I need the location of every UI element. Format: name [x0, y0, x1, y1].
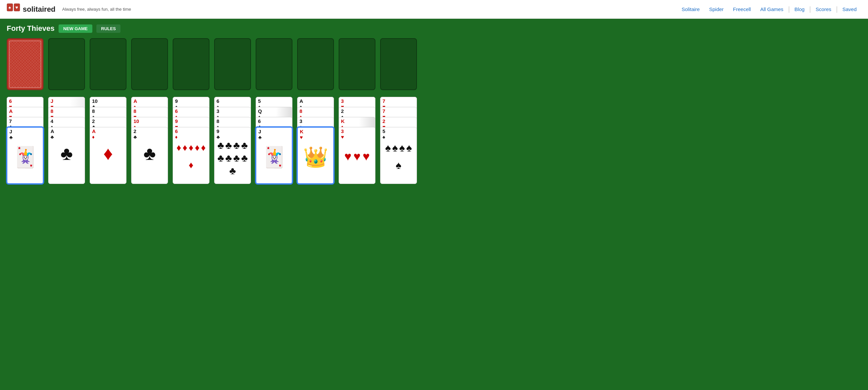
column-1: 6♥ A♥ 7♣ J♣ 🃏	[7, 97, 43, 184]
header: ♠ ♥ solitaired Always free, always fun, …	[0, 0, 868, 19]
game-area: Forty Thieves NEW GAME RULES 6♥	[0, 19, 868, 390]
column-4: A♦ 8♥ 10♦ 2♣ ♣	[131, 97, 168, 184]
foundation-8	[380, 38, 417, 90]
card-jc-2[interactable]: J♣ 🃏	[256, 127, 292, 184]
waste-slot	[48, 38, 85, 90]
column-6: 6♠ 3♠ 8♠ 9♣ ♣♣♣♣♣♣♣♣♣	[214, 97, 251, 184]
card-jc-1[interactable]: J♣ 🃏	[7, 127, 43, 184]
logo-text: solitaired	[23, 5, 56, 14]
column-3: 10♣ 8♠ 2♣ A♦ ♦	[90, 97, 126, 184]
card-ac[interactable]: A♣ ♣	[48, 127, 85, 184]
card-2c-2[interactable]: 2♣ ♣	[131, 127, 168, 184]
card-6d-2[interactable]: 6♦ ♦♦♦♦♦♦	[173, 127, 210, 184]
column-2: J♥ 8♥ 4♠ A♣ ♣	[48, 97, 85, 184]
rules-button[interactable]: RULES	[96, 24, 121, 33]
card-3h-2[interactable]: 3♥ ♥♥♥	[339, 127, 375, 184]
foundation-7	[339, 38, 375, 90]
svg-text:♥: ♥	[16, 5, 18, 10]
card-5s-2[interactable]: 5♠ ♠♠♠♠♠	[380, 127, 417, 184]
game-title-bar: Forty Thieves NEW GAME RULES	[7, 24, 861, 33]
foundation-1	[90, 38, 126, 90]
game-title: Forty Thieves	[7, 24, 55, 33]
foundation-4	[214, 38, 251, 90]
column-7: 5♠ Q♠ 6♣ J♣ 🃏	[256, 97, 292, 184]
tableau-area: 6♥ A♥ 7♣ J♣ 🃏	[7, 97, 861, 184]
foundation-3	[173, 38, 210, 90]
svg-text:♠: ♠	[8, 5, 11, 10]
nav-spider[interactable]: Spider	[704, 6, 728, 12]
foundation-6	[297, 38, 334, 90]
foundation-5	[256, 38, 292, 90]
nav-scores[interactable]: Scores	[811, 6, 836, 12]
nav-blog[interactable]: Blog	[790, 6, 809, 12]
card-ad[interactable]: A♦ ♦	[90, 127, 126, 184]
card-kh[interactable]: K♥ 👑	[297, 127, 334, 184]
tagline: Always free, always fun, all the time	[62, 7, 131, 12]
nav: Solitaire Spider Freecell All Games | Bl…	[677, 5, 861, 13]
logo-icon: ♠ ♥	[7, 3, 20, 16]
foundation-2	[131, 38, 168, 90]
nav-saved[interactable]: Saved	[838, 6, 861, 12]
foundation-area	[7, 38, 861, 90]
nav-all-games[interactable]: All Games	[755, 6, 788, 12]
column-5: 9♠ 6♦ 9♥ 6♦ ♦♦♦♦♦♦	[173, 97, 210, 184]
card-9c[interactable]: 9♣ ♣♣♣♣♣♣♣♣♣	[214, 127, 251, 184]
nav-solitaire[interactable]: Solitaire	[677, 6, 704, 12]
column-9: 3♥ 2♠ K♦ 3♥ ♥♥♥	[339, 97, 375, 184]
new-game-button[interactable]: NEW GAME	[59, 24, 92, 33]
logo-area: ♠ ♥ solitaired Always free, always fun, …	[7, 3, 131, 16]
column-10: 7♥ 7♥ 2♥ 5♠ ♠♠♠♠♠	[380, 97, 417, 184]
column-8: A♠ 8♦ 3♠ K♥ 👑	[297, 97, 334, 184]
deck[interactable]	[7, 38, 43, 90]
nav-freecell[interactable]: Freecell	[728, 6, 755, 12]
